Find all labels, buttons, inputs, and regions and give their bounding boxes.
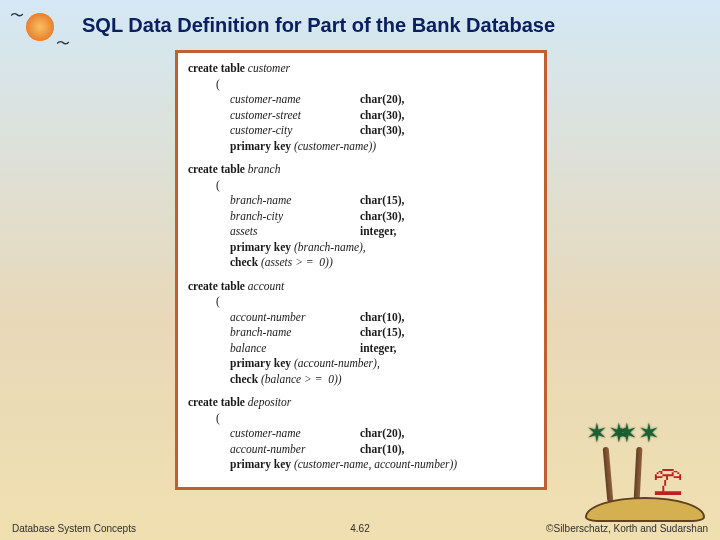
column-name: branch-name — [230, 193, 360, 209]
open-paren: ( — [188, 178, 534, 194]
column-name: assets — [230, 224, 360, 240]
keyword: create table — [188, 62, 248, 74]
clause-arg: (customer-name, account-number)) — [294, 458, 457, 470]
column-definition: assetsinteger, — [188, 224, 534, 240]
clause-arg: (assets > = 0)) — [261, 256, 333, 268]
check-clause: check (assets > = 0)) — [188, 255, 534, 271]
slide-title: SQL Data Definition for Part of the Bank… — [82, 14, 555, 37]
column-type: integer, — [360, 224, 396, 240]
column-type: char(20), — [360, 92, 404, 108]
primary-key-clause: primary key (branch-name), — [188, 240, 534, 256]
keyword: create table — [188, 280, 248, 292]
column-definition: branch-citychar(30), — [188, 209, 534, 225]
sun-icon — [26, 13, 54, 41]
column-definition: branch-namechar(15), — [188, 193, 534, 209]
column-definition: account-numberchar(10), — [188, 442, 534, 458]
column-name: branch-city — [230, 209, 360, 225]
column-type: char(30), — [360, 123, 404, 139]
table-name: account — [248, 280, 284, 292]
column-definition: customer-citychar(30), — [188, 123, 534, 139]
column-type: char(10), — [360, 310, 404, 326]
create-table-header: create table account — [188, 279, 534, 295]
column-name: customer-name — [230, 92, 360, 108]
clause-arg: (account-number), — [294, 357, 380, 369]
create-table-block: create table account(account-numberchar(… — [188, 279, 534, 388]
keyword: primary key — [230, 458, 294, 470]
keyword: primary key — [230, 241, 294, 253]
clause-arg: (branch-name), — [294, 241, 366, 253]
create-table-block: create table branch(branch-namechar(15),… — [188, 162, 534, 271]
column-type: char(30), — [360, 209, 404, 225]
table-name: branch — [248, 163, 281, 175]
umbrella-icon: ⛱ — [653, 466, 683, 500]
create-table-header: create table depositor — [188, 395, 534, 411]
column-type: char(20), — [360, 426, 404, 442]
column-type: char(30), — [360, 108, 404, 124]
column-name: balance — [230, 341, 360, 357]
clause-arg: (balance > = 0)) — [261, 373, 342, 385]
palm-decoration: ✶✶ ✶✶ ⛱ — [575, 412, 705, 522]
column-name: customer-street — [230, 108, 360, 124]
sql-code-block: create table customer(customer-namechar(… — [175, 50, 547, 490]
keyword: check — [230, 373, 261, 385]
column-name: account-number — [230, 310, 360, 326]
bird-icon: 〜 — [56, 35, 70, 53]
column-type: char(15), — [360, 193, 404, 209]
primary-key-clause: primary key (account-number), — [188, 356, 534, 372]
table-name: depositor — [248, 396, 291, 408]
footer-left: Database System Concepts — [12, 523, 244, 534]
open-paren: ( — [188, 411, 534, 427]
create-table-block: create table customer(customer-namechar(… — [188, 61, 534, 154]
footer-copyright: ©Silberschatz, Korth and Sudarshan — [476, 523, 708, 534]
primary-key-clause: primary key (customer-name)) — [188, 139, 534, 155]
column-name: customer-city — [230, 123, 360, 139]
keyword: primary key — [230, 357, 294, 369]
keyword: create table — [188, 163, 248, 175]
primary-key-clause: primary key (customer-name, account-numb… — [188, 457, 534, 473]
column-name: customer-name — [230, 426, 360, 442]
corner-decoration: 〜 〜 — [8, 5, 78, 55]
keyword: primary key — [230, 140, 294, 152]
table-name: customer — [248, 62, 290, 74]
column-definition: account-numberchar(10), — [188, 310, 534, 326]
column-definition: customer-namechar(20), — [188, 92, 534, 108]
column-definition: branch-namechar(15), — [188, 325, 534, 341]
create-table-header: create table branch — [188, 162, 534, 178]
column-definition: customer-streetchar(30), — [188, 108, 534, 124]
island-icon — [585, 497, 705, 522]
create-table-block: create table depositor(customer-namechar… — [188, 395, 534, 473]
keyword: create table — [188, 396, 248, 408]
open-paren: ( — [188, 294, 534, 310]
column-definition: balanceinteger, — [188, 341, 534, 357]
check-clause: check (balance > = 0)) — [188, 372, 534, 388]
bird-icon: 〜 — [10, 7, 24, 25]
slide-footer: Database System Concepts 4.62 ©Silbersch… — [0, 523, 720, 534]
footer-page-number: 4.62 — [244, 523, 476, 534]
column-name: branch-name — [230, 325, 360, 341]
column-definition: customer-namechar(20), — [188, 426, 534, 442]
column-type: integer, — [360, 341, 396, 357]
column-type: char(15), — [360, 325, 404, 341]
column-type: char(10), — [360, 442, 404, 458]
keyword: check — [230, 256, 261, 268]
create-table-header: create table customer — [188, 61, 534, 77]
clause-arg: (customer-name)) — [294, 140, 376, 152]
column-name: account-number — [230, 442, 360, 458]
open-paren: ( — [188, 77, 534, 93]
